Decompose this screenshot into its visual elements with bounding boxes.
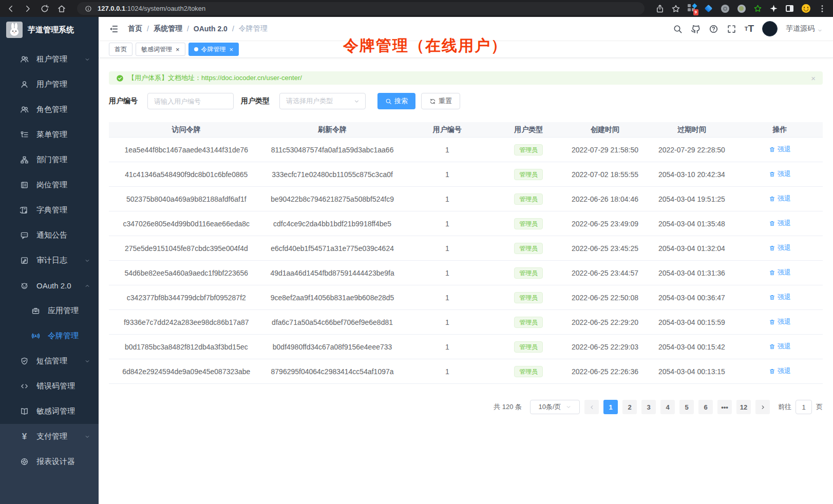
tree-icon <box>20 130 29 140</box>
reload-icon[interactable] <box>40 4 49 13</box>
expires-at-cell: 2054-03-04 00:15:59 <box>647 318 737 326</box>
page-ellipsis-button[interactable]: ••• <box>717 400 732 414</box>
trash-icon <box>769 171 775 178</box>
user-id-cell: 1 <box>401 170 494 179</box>
font-size-icon[interactable]: TT <box>745 23 754 34</box>
action-cell: 强退 <box>737 342 823 352</box>
force-logout-button[interactable]: 强退 <box>769 293 791 302</box>
force-logout-button[interactable]: 强退 <box>769 169 791 179</box>
dot-shape <box>737 5 746 13</box>
tab-close-icon[interactable]: × <box>230 46 234 53</box>
page-button-5[interactable]: 5 <box>679 400 694 414</box>
page-button-6[interactable]: 6 <box>698 400 713 414</box>
user-id-input[interactable] <box>147 93 234 109</box>
sidebar-item-oauth2-token[interactable]: A令牌管理 <box>0 323 99 348</box>
column-header-0: 访问令牌 <box>109 125 264 134</box>
extension-dot-icon[interactable] <box>736 4 746 13</box>
force-logout-button[interactable]: 强退 <box>769 243 791 253</box>
breadcrumb-item-1[interactable]: 系统管理 <box>154 24 182 33</box>
user-type-badge: 管理员 <box>514 243 543 254</box>
force-logout-button[interactable]: 强退 <box>769 219 791 228</box>
fullscreen-icon[interactable] <box>727 24 736 34</box>
url-bar[interactable]: 127.0.0.1:1024/system/oauth2/token <box>77 2 645 15</box>
force-logout-button[interactable]: 强退 <box>769 194 791 203</box>
sidebar-item-sensitive-word[interactable]: 敏感词管理 <box>0 399 99 424</box>
screen: 127.0.0.1:1024/system/oauth2/token 9 <box>0 0 833 504</box>
tab-token[interactable]: 令牌管理× <box>188 43 239 56</box>
prev-page-button[interactable] <box>584 400 599 414</box>
sidebar-item-dict[interactable]: 字典管理 <box>0 198 99 223</box>
alert-close-icon[interactable]: × <box>811 74 816 83</box>
home-icon[interactable] <box>57 4 66 13</box>
back-icon[interactable] <box>6 4 15 13</box>
chevron-up-icon <box>84 283 90 289</box>
tab-sensitive-word[interactable]: 敏感词管理× <box>136 43 185 56</box>
next-page-button[interactable] <box>755 400 770 414</box>
sidebar-item-sms[interactable]: 短信管理 <box>0 348 99 374</box>
extension-pinwheel-icon[interactable] <box>769 4 778 13</box>
extension-ring-icon[interactable] <box>720 4 730 13</box>
table-row: 1ea5e44f8bc1467aaede43144f31de76811c5304… <box>109 138 823 162</box>
help-icon[interactable] <box>709 24 718 34</box>
extension-gem-icon[interactable] <box>704 4 713 13</box>
forward-icon[interactable] <box>23 4 32 13</box>
info-icon[interactable] <box>84 4 93 13</box>
page-button-4[interactable]: 4 <box>660 400 675 414</box>
sidebar-item-tenant[interactable]: 租户管理 <box>0 47 99 72</box>
sidebar-item-dept[interactable]: 部门管理 <box>0 147 99 172</box>
goto-page-input[interactable] <box>796 400 812 414</box>
force-logout-button[interactable]: 强退 <box>769 268 791 277</box>
breadcrumb-item-2[interactable]: OAuth 2.0 <box>194 25 228 33</box>
table-row: 6d842e2924594de9a09e45e087323abe8796295f… <box>109 359 823 384</box>
sidebar-item-oauth2-application[interactable]: 应用管理 <box>0 298 99 323</box>
user-type-cell: 管理员 <box>494 193 563 205</box>
access-token-cell: c342377bf8b344799dcbf7bf095287f2 <box>109 294 264 302</box>
github-icon[interactable] <box>691 24 701 34</box>
force-logout-button[interactable]: 强退 <box>769 342 791 351</box>
sidebar-item-user[interactable]: 用户管理 <box>0 72 99 97</box>
trash-icon <box>769 368 775 375</box>
force-logout-label: 强退 <box>778 268 791 277</box>
extension-side-panel-icon[interactable] <box>785 4 794 13</box>
chevron-down-icon <box>84 258 90 264</box>
sidebar-item-audit-log[interactable]: 审计日志 <box>0 248 99 273</box>
sidebar-item-oauth2[interactable]: OAuth 2.0 <box>0 273 99 298</box>
user-type-select[interactable]: 请选择用户类型 <box>279 93 366 109</box>
force-logout-button[interactable]: 强退 <box>769 145 791 154</box>
search-icon[interactable] <box>673 24 683 34</box>
page-button-3[interactable]: 3 <box>641 400 656 414</box>
user-menu[interactable]: 芋道源码 <box>786 24 823 33</box>
search-button[interactable]: 搜索 <box>377 93 415 109</box>
sidebar-item-menu[interactable]: 菜单管理 <box>0 122 99 147</box>
doc-link[interactable]: https://doc.iocoder.cn/user-center/ <box>201 74 302 82</box>
extension-grid-icon[interactable]: 9 <box>687 4 697 13</box>
tab-close-icon[interactable]: × <box>176 46 180 53</box>
share-icon[interactable] <box>655 4 665 13</box>
profile-emoji-icon[interactable] <box>801 4 811 13</box>
user-id-cell: 1 <box>401 269 494 277</box>
tab-home[interactable]: 首页 <box>109 43 132 56</box>
sidebar-item-notice[interactable]: 通知公告 <box>0 223 99 248</box>
sidebar-item-role[interactable]: 角色管理 <box>0 97 99 122</box>
extension-green-star-icon[interactable] <box>753 4 762 13</box>
page-size-select[interactable]: 10条/页 <box>530 400 580 414</box>
sidebar-item-post[interactable]: 岗位管理 <box>0 172 99 198</box>
sidebar-collapse-icon[interactable] <box>109 24 119 34</box>
sidebar-item-report-designer[interactable]: 报表设计器 <box>0 449 99 474</box>
sidebar-item-error-code[interactable]: 错误码管理 <box>0 374 99 399</box>
action-cell: 强退 <box>737 243 823 253</box>
force-logout-button[interactable]: 强退 <box>769 317 791 326</box>
app-window: 芋道管理系统 租户管理用户管理角色管理菜单管理部门管理岗位管理字典管理通知公告审… <box>0 17 833 504</box>
browser-menu-icon[interactable] <box>818 4 827 13</box>
breadcrumb-item-0[interactable]: 首页 <box>128 24 142 33</box>
user-avatar[interactable] <box>762 21 778 36</box>
page-button-1[interactable]: 1 <box>603 400 618 414</box>
force-logout-button[interactable]: 强退 <box>769 366 791 376</box>
alert-text: 【用户体系】文档地址：https://doc.iocoder.cn/user-c… <box>128 73 302 83</box>
reset-button[interactable]: 重置 <box>421 93 460 109</box>
page-button-2[interactable]: 2 <box>622 400 637 414</box>
sidebar-item-pay[interactable]: ¥支付管理 <box>0 424 99 449</box>
page-button-12[interactable]: 12 <box>736 400 751 414</box>
bookmark-star-icon[interactable] <box>671 4 680 13</box>
app-logo[interactable]: 芋道管理系统 <box>0 17 99 43</box>
